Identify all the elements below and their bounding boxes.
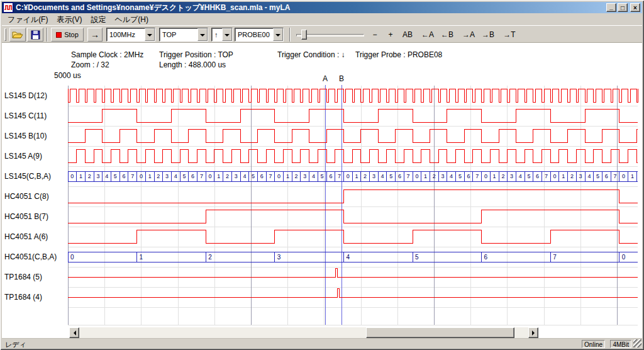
svg-text:1: 1 <box>286 173 289 179</box>
svg-text:1: 1 <box>79 173 82 179</box>
svg-text:0: 0 <box>347 173 350 179</box>
toolbar-separator <box>47 28 48 42</box>
svg-text:7: 7 <box>553 254 557 261</box>
zoom-out-button[interactable]: − <box>368 28 382 41</box>
sample-clock-text: Sample Clock : 2MHz <box>71 50 143 59</box>
svg-text:6: 6 <box>191 173 194 179</box>
horizontal-scrollbar[interactable] <box>69 327 538 338</box>
svg-text:2: 2 <box>226 173 229 179</box>
ab-button[interactable]: AB <box>399 28 416 41</box>
dropdown-arrow-icon[interactable] <box>197 28 208 41</box>
menu-view[interactable]: 表示(V) <box>52 14 86 26</box>
svg-text:7: 7 <box>269 173 272 179</box>
svg-text:1: 1 <box>424 173 427 179</box>
svg-text:4: 4 <box>105 173 108 179</box>
svg-text:6: 6 <box>605 173 608 179</box>
folder-open-icon <box>12 30 23 40</box>
scroll-right-button[interactable] <box>528 327 538 338</box>
status-ready-text: レディ <box>5 340 26 349</box>
svg-text:2: 2 <box>364 173 367 179</box>
trigger-position-combo[interactable]: TOP <box>159 28 208 42</box>
menu-settings[interactable]: 設定 <box>86 14 110 26</box>
zoom-slider[interactable] <box>295 28 365 42</box>
svg-text:2: 2 <box>157 173 160 179</box>
save-button[interactable] <box>27 28 43 42</box>
svg-text:4: 4 <box>312 173 315 179</box>
svg-text:4: 4 <box>174 173 177 179</box>
svg-text:1: 1 <box>493 173 496 179</box>
time-division-label: 5000 us <box>54 71 81 80</box>
svg-text:6: 6 <box>122 173 125 179</box>
trigger-condition-text: Trigger Condition : ↓ <box>277 50 345 59</box>
svg-text:4: 4 <box>587 173 591 179</box>
trigger-edge-value: ↑ <box>214 31 218 38</box>
run-button[interactable]: → <box>87 28 103 42</box>
slider-thumb[interactable] <box>301 30 307 40</box>
status-online-badge: Online <box>582 340 605 348</box>
maximize-button[interactable]: □ <box>618 3 628 12</box>
scroll-left-button[interactable] <box>69 327 79 338</box>
svg-text:6: 6 <box>484 254 488 261</box>
probe-value: PROBE00 <box>238 31 270 38</box>
left-arrow-icon <box>71 330 76 336</box>
svg-text:4: 4 <box>346 254 350 261</box>
toolbar-grip[interactable] <box>4 28 6 41</box>
svg-text:6: 6 <box>260 173 264 179</box>
app-icon <box>3 3 13 13</box>
minimize-button[interactable]: _ <box>606 3 616 12</box>
menu-help[interactable]: ヘルプ(H) <box>110 14 153 26</box>
svg-text:0: 0 <box>209 173 212 179</box>
svg-text:5: 5 <box>389 173 392 179</box>
stop-button[interactable]: Stop <box>51 28 84 42</box>
toolbar: Stop → 100MHz TOP ↑ PROBE00 − + AB <box>2 25 642 43</box>
goto-trigger-button[interactable]: →T <box>500 28 519 41</box>
svg-text:5: 5 <box>527 173 530 179</box>
dropdown-arrow-icon[interactable] <box>145 28 155 41</box>
svg-text:0: 0 <box>70 173 74 179</box>
scroll-thumb[interactable] <box>366 327 514 338</box>
probe-combo[interactable]: PROBE00 <box>235 28 284 42</box>
goto-a-right-button[interactable]: →A <box>459 28 478 41</box>
dropdown-arrow-icon[interactable] <box>273 28 283 41</box>
svg-text:5: 5 <box>252 173 255 179</box>
dropdown-arrow-icon[interactable] <box>222 28 232 41</box>
svg-text:6: 6 <box>536 173 539 179</box>
svg-text:1: 1 <box>217 173 220 179</box>
svg-text:7: 7 <box>131 173 134 179</box>
close-button[interactable]: × <box>630 3 640 12</box>
svg-text:0: 0 <box>70 254 74 261</box>
menu-file[interactable]: ファイル(F) <box>3 14 52 26</box>
goto-b-right-button[interactable]: →B <box>479 28 497 41</box>
menu-bar: ファイル(F) 表示(V) 設定 ヘルプ(H) <box>2 14 642 25</box>
svg-text:5: 5 <box>415 254 419 261</box>
goto-b-left-button[interactable]: ←B <box>438 28 457 41</box>
title-bar[interactable]: C:¥Documents and Settings¥noname¥デスクトップ¥… <box>2 2 642 13</box>
svg-text:3: 3 <box>165 173 169 179</box>
zoom-text: Zoom : / 32 <box>71 60 109 69</box>
svg-text:0: 0 <box>415 173 418 179</box>
svg-text:1: 1 <box>355 173 358 179</box>
svg-text:7: 7 <box>613 173 616 179</box>
sample-rate-combo[interactable]: 100MHz <box>106 28 155 42</box>
svg-text:0: 0 <box>622 173 625 179</box>
waveform-client-area: Sample Clock : 2MHz Trigger Position : T… <box>2 43 642 338</box>
waveform-canvas[interactable]: 0123456701234567012345670123456701234567… <box>2 85 642 326</box>
resize-grip[interactable] <box>633 339 641 347</box>
svg-text:2: 2 <box>570 173 574 179</box>
svg-text:3: 3 <box>579 173 582 179</box>
svg-text:4: 4 <box>519 173 522 179</box>
svg-text:6: 6 <box>467 173 470 179</box>
trigger-edge-combo[interactable]: ↑ <box>211 28 233 42</box>
open-file-button[interactable] <box>9 28 26 42</box>
marker-a-label: A <box>321 74 329 83</box>
svg-text:2: 2 <box>433 173 436 179</box>
stop-button-label: Stop <box>64 31 79 38</box>
toolbar-separator <box>289 28 291 42</box>
svg-text:5: 5 <box>458 173 462 179</box>
goto-a-left-button[interactable]: ←A <box>418 28 437 41</box>
svg-text:0: 0 <box>277 173 280 179</box>
status-bar: レディ Online 4MBit <box>2 338 642 348</box>
svg-text:7: 7 <box>545 173 548 179</box>
svg-text:6: 6 <box>329 173 332 179</box>
zoom-in-button[interactable]: + <box>384 28 397 41</box>
